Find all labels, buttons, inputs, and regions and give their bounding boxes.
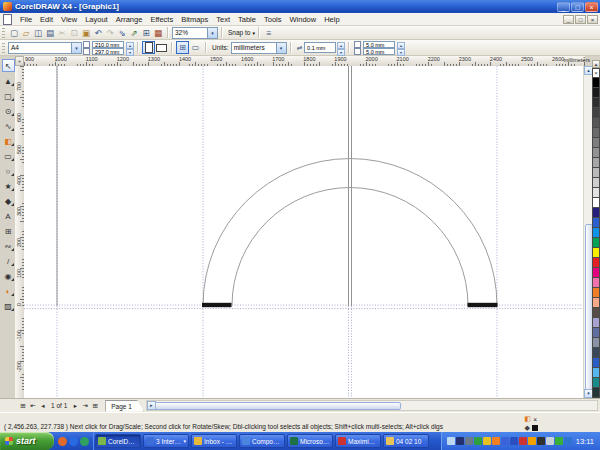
menu-item[interactable]: Layout (81, 14, 112, 25)
all-pages-button[interactable]: ⊞ (176, 41, 189, 54)
arch-arc[interactable] (232, 188, 468, 306)
first-page-button[interactable]: ⇤ (28, 402, 38, 410)
zoom-level-combo[interactable]: 32% ▾ (172, 27, 218, 39)
drawing-canvas[interactable] (24, 66, 583, 398)
color-swatch[interactable] (592, 288, 600, 298)
tray-icon[interactable] (501, 437, 509, 445)
chevron-down-icon[interactable]: ▾ (71, 43, 81, 53)
duplicate-spinner[interactable]: ▴▾ (397, 42, 405, 54)
color-swatch[interactable] (592, 278, 600, 288)
tool-button[interactable]: ∿ (2, 119, 15, 132)
arch-arc[interactable] (203, 159, 497, 306)
tool-button[interactable]: ▨ (2, 299, 15, 312)
chevron-down-icon[interactable]: ▾ (276, 43, 286, 53)
portrait-button[interactable] (142, 41, 155, 54)
tray-icon[interactable] (546, 437, 554, 445)
toolbar-button[interactable]: ▤ (44, 27, 56, 39)
nudge-offset-field[interactable]: 0.1 mm (304, 42, 336, 53)
toolbar-button[interactable]: ⇗ (128, 27, 140, 39)
tray-icon[interactable] (537, 437, 545, 445)
tool-button[interactable]: ↖ (2, 59, 15, 72)
color-swatch[interactable] (592, 98, 600, 108)
task-button[interactable]: Maximizer... (335, 434, 381, 448)
color-swatch[interactable] (592, 228, 600, 238)
color-swatch[interactable] (592, 358, 600, 368)
options-button[interactable]: ≡ (263, 27, 275, 39)
no-color-swatch[interactable]: × (592, 68, 600, 78)
color-swatch[interactable] (592, 298, 600, 308)
paper-size-combo[interactable]: A4 ▾ (8, 42, 82, 54)
toolbar-button[interactable]: ▣ (80, 27, 92, 39)
landscape-button[interactable] (155, 41, 168, 54)
task-button[interactable]: Composer... (239, 434, 285, 448)
tray-icon[interactable] (564, 437, 572, 445)
toolbar-button[interactable]: ⇘ (116, 27, 128, 39)
doc-minimize-button[interactable]: _ (563, 15, 574, 24)
snap-to-button[interactable]: Snap to (228, 29, 250, 36)
menu-item[interactable]: Tools (260, 14, 286, 25)
close-button[interactable]: × (585, 2, 598, 12)
color-swatch[interactable] (592, 378, 600, 388)
next-page-button[interactable]: ▸ (70, 402, 80, 410)
task-button[interactable]: CorelDRA... (95, 434, 141, 448)
menu-item[interactable]: Window (285, 14, 320, 25)
color-swatch[interactable] (592, 188, 600, 198)
tool-button[interactable]: / (2, 254, 15, 267)
tool-button[interactable]: ▲ (2, 74, 15, 87)
menu-item[interactable]: Effects (146, 14, 177, 25)
chevron-down-icon[interactable]: ▾ (252, 30, 255, 36)
color-swatch[interactable] (592, 148, 600, 158)
color-swatch[interactable] (592, 78, 600, 88)
menu-item[interactable]: Help (320, 14, 343, 25)
menu-item[interactable]: File (16, 14, 36, 25)
start-button[interactable]: start (0, 432, 54, 450)
tool-button[interactable]: ⊞ (2, 224, 15, 237)
paper-height-field[interactable]: 297.0 mm (92, 48, 124, 55)
tray-icon[interactable] (456, 437, 464, 445)
tray-icon[interactable] (492, 437, 500, 445)
tool-button[interactable]: ▢ (2, 89, 15, 102)
tool-button[interactable]: ◆ (2, 194, 15, 207)
color-swatch[interactable] (592, 88, 600, 98)
toolbar-button[interactable]: ↶ (92, 27, 104, 39)
color-swatch[interactable] (592, 178, 600, 188)
color-swatch[interactable] (592, 268, 600, 278)
add-page-icon[interactable]: ⊞ (90, 402, 100, 410)
horizontal-ruler[interactable]: 9001000110012001300140015001600170018001… (24, 56, 585, 66)
tool-button[interactable]: ▭ (2, 149, 15, 162)
vertical-scrollbar[interactable]: ▴ ▾ (583, 66, 592, 398)
color-swatch[interactable] (592, 218, 600, 228)
duplicate-y-field[interactable]: 5.0 mm (363, 48, 395, 55)
quick-launch-icon[interactable] (69, 437, 78, 446)
tool-button[interactable]: ∾ (2, 239, 15, 252)
tool-button[interactable]: A (2, 209, 15, 222)
menu-item[interactable]: View (57, 14, 81, 25)
task-button[interactable]: 04 02 10 (383, 434, 429, 448)
task-button[interactable]: 3 Intern... (143, 434, 189, 448)
arch-footing[interactable] (468, 303, 498, 307)
tool-button[interactable]: ○ (2, 164, 15, 177)
previous-page-button[interactable]: ◂ (38, 402, 48, 410)
paper-size-spinner[interactable]: ▴▾ (126, 42, 134, 54)
color-swatch[interactable] (592, 308, 600, 318)
toolbar-button[interactable]: ▢ (8, 27, 20, 39)
minimize-button[interactable]: _ (557, 2, 570, 12)
scroll-right-button[interactable]: ▸ (147, 401, 156, 410)
tool-button[interactable]: ★ (2, 179, 15, 192)
tray-icon[interactable] (519, 437, 527, 445)
units-combo[interactable]: millimeters ▾ (231, 42, 287, 54)
tray-icon[interactable] (483, 437, 491, 445)
color-swatch[interactable] (592, 128, 600, 138)
maximize-button[interactable]: □ (571, 2, 584, 12)
menu-item[interactable]: Table (234, 14, 260, 25)
tray-icon[interactable] (474, 437, 482, 445)
color-swatch[interactable] (592, 338, 600, 348)
toolbar-drag-handle[interactable] (2, 28, 5, 38)
doc-close-button[interactable]: × (587, 15, 598, 24)
color-swatch[interactable] (592, 198, 600, 208)
color-swatch[interactable] (592, 118, 600, 128)
color-swatch[interactable] (592, 238, 600, 248)
color-swatch[interactable] (592, 348, 600, 358)
menu-item[interactable]: Text (212, 14, 234, 25)
menu-item[interactable]: Bitmaps (177, 14, 212, 25)
